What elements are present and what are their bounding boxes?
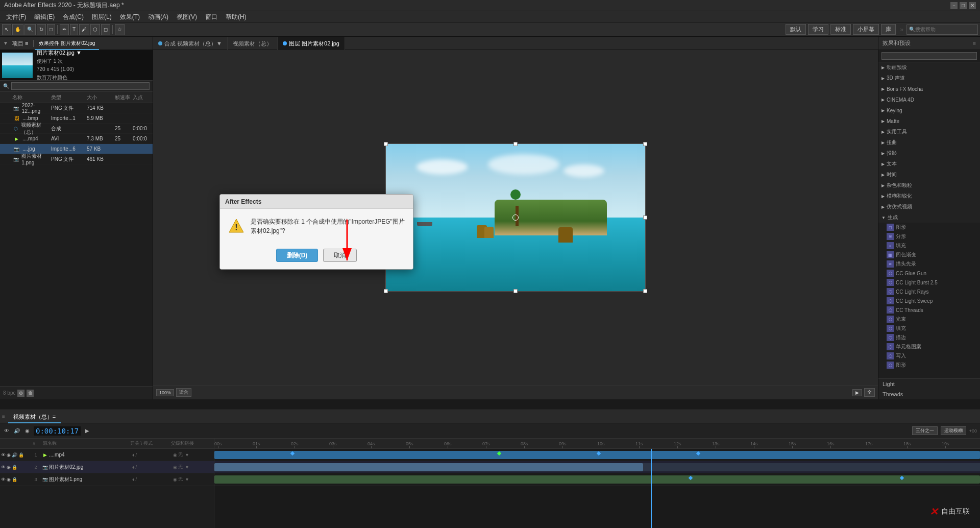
layer-switch-1-motion[interactable]: / bbox=[136, 452, 137, 458]
layer-row-1[interactable]: 👁 ◉ 🔊 🔒 1 ▶ ....mp4 ♦ / ◉ 无 ▼ bbox=[0, 449, 214, 461]
handle-top-left[interactable] bbox=[384, 142, 388, 146]
effect-item-gradient[interactable]: ▦ 四色渐变 bbox=[878, 250, 980, 259]
toolbar-text[interactable]: T bbox=[70, 24, 78, 35]
toolbar-shape[interactable]: □ bbox=[47, 24, 55, 35]
layer-1-audio[interactable]: 🔊 bbox=[12, 452, 17, 458]
effect-item-fill2[interactable]: ⬡ 填充 bbox=[878, 324, 980, 333]
viewer-quality[interactable]: 全 bbox=[864, 388, 875, 397]
effect-group-header-keying[interactable]: ▶ Keying bbox=[878, 105, 980, 115]
effect-item-cc-threads[interactable]: ⬡ CC Threads bbox=[878, 305, 980, 315]
effect-group-header-stylize[interactable]: ▶ 仿仿式视频 bbox=[878, 202, 980, 212]
effect-item-cc-light-sweep[interactable]: ⬡ CC Light Sweep bbox=[878, 296, 980, 305]
viewer-fit[interactable]: 适合 bbox=[176, 388, 191, 397]
effect-item-cc-light-rays[interactable]: ⬡ CC Light Rays bbox=[878, 287, 980, 296]
panel-tab-effects[interactable]: 效果控件 图片素材02.jpg bbox=[35, 37, 99, 50]
effect-item-cc-glue-gun[interactable]: ⬡ CC Glue Gun bbox=[878, 269, 980, 278]
handle-mid-right[interactable] bbox=[643, 215, 647, 220]
layer-row-3[interactable]: 👁 ◉ 🔒 3 📷 图片素材1.png ♦ / ◉ 无 ▼ bbox=[0, 473, 214, 486]
toolbar-eraser[interactable]: ◻ bbox=[101, 24, 110, 35]
effect-group-header-noise[interactable]: ▶ 杂色和颗粒 bbox=[878, 180, 980, 190]
workspace-default[interactable]: 默认 bbox=[786, 24, 806, 35]
menu-window[interactable]: 窗口 bbox=[201, 11, 222, 22]
menu-file[interactable]: 文件(F) bbox=[2, 11, 30, 22]
effects-search-input[interactable] bbox=[881, 52, 977, 60]
handle-top-right[interactable] bbox=[643, 142, 647, 146]
handle-bot-left[interactable] bbox=[384, 289, 388, 293]
comp-tab-1[interactable]: 视频素材（总） bbox=[228, 37, 278, 50]
effect-group-header-time[interactable]: ▶ 时间 bbox=[878, 170, 980, 180]
toolbar-puppet[interactable]: ☆ bbox=[115, 24, 125, 35]
toggle-visibility-btn[interactable]: 👁 bbox=[3, 427, 10, 435]
toolbar-stamp[interactable]: ⬡ bbox=[90, 24, 100, 35]
timeline-ctrl-btn[interactable]: 三分之一 bbox=[912, 426, 938, 435]
toggle-audio-btn[interactable]: 🔊 bbox=[13, 427, 20, 435]
toggle-solo-btn[interactable]: ◉ bbox=[23, 427, 31, 435]
toolbar-pen[interactable]: ✒ bbox=[60, 24, 69, 35]
menu-effect[interactable]: 效果(T) bbox=[116, 11, 144, 22]
file-row-5[interactable]: 📷 图片素材1.png PNG 文件 461 KB bbox=[0, 154, 153, 164]
layer-2-solo[interactable]: ◉ bbox=[7, 465, 11, 470]
layer-switch-1-fx[interactable]: ♦ bbox=[132, 452, 135, 458]
dialog-confirm-button[interactable]: 删除(D) bbox=[276, 249, 318, 262]
project-search-input[interactable] bbox=[11, 82, 150, 90]
toolbar-arrow[interactable]: ↖ bbox=[2, 24, 11, 35]
menu-view[interactable]: 视图(V) bbox=[173, 11, 201, 22]
minimize-button[interactable]: － bbox=[950, 2, 958, 9]
project-delete-btn[interactable]: 🗑 bbox=[27, 390, 34, 397]
effect-group-header-boris[interactable]: ▶ Boris FX Mocha bbox=[878, 84, 980, 94]
layer-3-eye[interactable]: 👁 bbox=[1, 477, 6, 482]
effect-group-header-animation[interactable]: ▶ 动画预设 bbox=[878, 62, 980, 73]
effect-group-header-3d[interactable]: ▶ 3D 声道 bbox=[878, 73, 980, 83]
workspace-library[interactable]: 库 bbox=[881, 24, 896, 35]
layer-2-lock[interactable]: 🔒 bbox=[12, 465, 17, 470]
effect-item-write[interactable]: ⬡ 写入 bbox=[878, 351, 980, 361]
layer-1-lock[interactable]: 🔒 bbox=[18, 452, 24, 458]
effect-item-cell[interactable]: ⬡ 单元格图案 bbox=[878, 342, 980, 351]
layer-switch-3-fx[interactable]: ♦ bbox=[132, 477, 135, 482]
preview-btn[interactable]: ▶ bbox=[84, 427, 91, 435]
effect-group-header-distort[interactable]: ▶ 扭曲 bbox=[878, 137, 980, 148]
effect-item-fractal[interactable]: ≋ 分形 bbox=[878, 232, 980, 241]
menu-layer[interactable]: 图层(L) bbox=[88, 11, 116, 22]
layer-3-solo[interactable]: ◉ bbox=[7, 477, 11, 482]
effect-group-header-text[interactable]: ▶ 文本 bbox=[878, 159, 980, 169]
effect-group-header-matte[interactable]: ▶ Matte bbox=[878, 116, 980, 126]
toolbar-hand[interactable]: ✋ bbox=[12, 24, 23, 35]
effect-item-beam[interactable]: ⬡ 光束 bbox=[878, 315, 980, 324]
menu-composition[interactable]: 合成(C) bbox=[59, 11, 88, 22]
handle-bot-mid[interactable] bbox=[513, 289, 518, 293]
menu-edit[interactable]: 编辑(E) bbox=[30, 11, 59, 22]
handle-bot-right[interactable] bbox=[643, 289, 647, 293]
layer-row-2[interactable]: 👁 ◉ 🔒 2 📷 图片素材02.jpg ♦ / ◉ 无 ▼ bbox=[0, 461, 214, 473]
playhead[interactable] bbox=[651, 449, 652, 528]
handle-center[interactable] bbox=[512, 214, 519, 221]
file-row-3[interactable]: ▶ ....mp4 AVI 7.3 MB 25 0:00:0 bbox=[0, 134, 153, 144]
handle-top-mid[interactable] bbox=[513, 142, 518, 146]
effect-item-stroke2[interactable]: ⬡ 描边 bbox=[878, 333, 980, 342]
comp-tab-0[interactable]: 合成 视频素材（总）▼ bbox=[153, 37, 228, 50]
workspace-learn[interactable]: 学习 bbox=[808, 24, 828, 35]
layer-2-eye[interactable]: 👁 bbox=[1, 465, 6, 470]
effect-group-header-blur[interactable]: ▶ 模糊和锐化 bbox=[878, 191, 980, 201]
layer-1-eye[interactable]: 👁 bbox=[1, 452, 6, 458]
effect-item-stroke[interactable]: ✒ 描头先录 bbox=[878, 259, 980, 269]
panel-tab-project[interactable]: 项目 ≡ bbox=[8, 37, 32, 50]
layer-switch-2-motion[interactable]: / bbox=[136, 465, 137, 470]
workspace-standard[interactable]: 标准 bbox=[830, 24, 851, 35]
menu-help[interactable]: 帮助(H) bbox=[222, 11, 251, 22]
effect-item-shape2[interactable]: ⬡ 图形 bbox=[878, 361, 980, 370]
motion-blur-btn[interactable]: 运动模糊 bbox=[941, 426, 966, 435]
toolbar-zoom[interactable]: 🔍 bbox=[24, 24, 36, 35]
layer-3-lock[interactable]: 🔒 bbox=[12, 477, 17, 482]
project-settings-btn[interactable]: ⚙ bbox=[17, 390, 24, 397]
effects-menu-icon[interactable]: ≡ bbox=[973, 40, 976, 46]
effect-group-header-cinema4d[interactable]: ▶ CINEMA 4D bbox=[878, 94, 980, 105]
effect-group-header-utility[interactable]: ▶ 实用工具 bbox=[878, 127, 980, 137]
search-help-input[interactable] bbox=[915, 27, 980, 32]
workspace-small[interactable]: 小屏幕 bbox=[853, 24, 879, 35]
layer-1-solo[interactable]: ◉ bbox=[7, 452, 11, 458]
viewer-magnify[interactable]: 100% bbox=[156, 389, 174, 396]
toolbar-brush[interactable]: 🖌 bbox=[79, 24, 89, 35]
layer-switch-2-fx[interactable]: ♦ bbox=[132, 465, 135, 470]
comp-tab-2[interactable]: 图层 图片素材02.jpg bbox=[278, 37, 345, 50]
